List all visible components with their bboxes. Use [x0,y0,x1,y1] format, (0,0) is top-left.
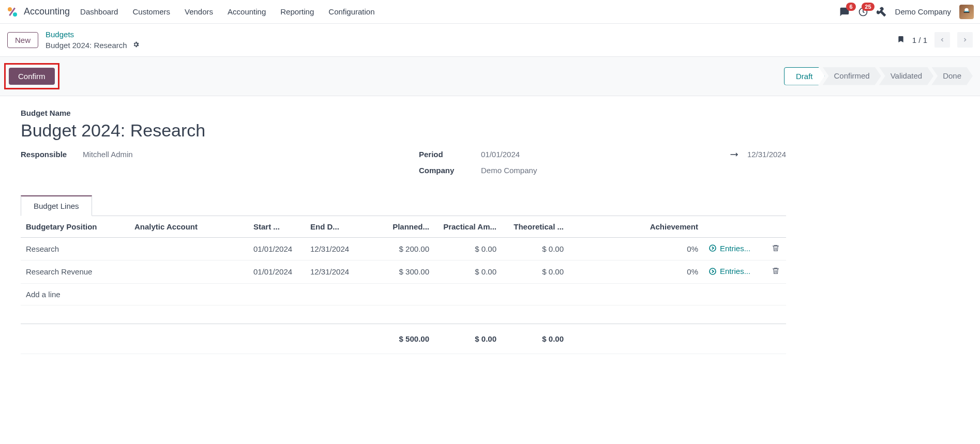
pager-next[interactable] [957,32,973,48]
responsible-value[interactable]: Mitchell Admin [83,150,388,159]
cell-analytic[interactable] [129,261,248,284]
confirm-highlight: Confirm [4,63,59,89]
gear-icon[interactable] [132,41,140,50]
cell-planned[interactable]: $ 200.00 [372,237,434,261]
delete-row-icon[interactable] [765,261,786,284]
nav-accounting[interactable]: Accounting [228,7,266,16]
cell-end[interactable]: 12/31/2024 [305,237,372,261]
nav-right: 6 25 Demo Company [839,5,974,19]
table-row[interactable]: Research 01/01/2024 12/31/2024 $ 200.00 … [21,237,786,261]
status-steps: Draft Confirmed Validated Done [784,67,973,85]
activities-badge: 25 [862,3,874,11]
status-step-draft[interactable]: Draft [784,67,825,85]
cell-practical[interactable]: $ 0.00 [434,261,502,284]
delete-row-icon[interactable] [765,237,786,261]
svg-point-0 [8,7,12,11]
cell-achievement: 0% [569,261,703,284]
top-nav: Accounting Dashboard Customers Vendors A… [0,0,980,24]
pager-prev[interactable] [934,32,950,48]
budget-name-label: Budget Name [21,109,786,117]
nav-configuration[interactable]: Configuration [328,7,374,16]
form-body: Budget Name Budget 2024: Research Respon… [0,96,807,366]
period-start[interactable]: 01/01/2024 [481,150,520,159]
period-end[interactable]: 12/31/2024 [747,150,786,159]
status-step-confirmed[interactable]: Confirmed [823,67,881,85]
col-budgetary-position[interactable]: Budgetary Position [21,216,129,238]
control-right: 1 / 1 [897,32,973,48]
status-bar: Confirm Draft Confirmed Validated Done [0,56,980,96]
cell-analytic[interactable] [129,237,248,261]
table-row[interactable]: Research Revenue 01/01/2024 12/31/2024 $… [21,261,786,284]
entries-link[interactable]: Entries... [708,267,750,275]
status-step-validated[interactable]: Validated [879,67,933,85]
breadcrumb-current: Budget 2024: Research [46,41,127,50]
total-planned: $ 500.00 [372,324,434,354]
cell-achievement: 0% [569,237,703,261]
cell-planned[interactable]: $ 300.00 [372,261,434,284]
cell-position[interactable]: Research [21,237,129,261]
form-col-right: Period 01/01/2024 12/31/2024 Company Dem… [419,150,786,182]
cell-theoretical[interactable]: $ 0.00 [502,261,569,284]
user-avatar[interactable] [959,5,974,19]
col-planned[interactable]: Planned... [372,216,434,238]
company-switcher[interactable]: Demo Company [895,7,951,16]
cell-practical[interactable]: $ 0.00 [434,237,502,261]
control-row: New Budgets Budget 2024: Research 1 / 1 [0,24,980,56]
breadcrumb-parent[interactable]: Budgets [46,29,140,40]
col-start[interactable]: Start ... [248,216,305,238]
cell-start[interactable]: 01/01/2024 [248,261,305,284]
arrow-right-icon [730,150,739,159]
col-theoretical[interactable]: Theoretical ... [502,216,569,238]
messages-icon[interactable]: 6 [839,7,850,17]
cell-start[interactable]: 01/01/2024 [248,237,305,261]
col-achievement[interactable]: Achievement [569,216,703,238]
form-row: Responsible Mitchell Admin Period 01/01/… [21,150,786,182]
messages-badge: 6 [846,3,855,11]
add-line-link[interactable]: Add a line [21,283,786,305]
budget-lines-table: Budgetary Position Analytic Account Star… [21,216,786,354]
totals-row: $ 500.00 $ 0.00 $ 0.00 [21,324,786,354]
confirm-button[interactable]: Confirm [9,68,55,85]
nav-vendors[interactable]: Vendors [185,7,213,16]
tab-strip: Budget Lines [21,195,786,216]
entries-link[interactable]: Entries... [708,244,750,253]
svg-point-8 [710,268,716,274]
col-practical[interactable]: Practical Am... [434,216,502,238]
col-end[interactable]: End D... [305,216,372,238]
nav-dashboard[interactable]: Dashboard [80,7,118,16]
nav-customers[interactable]: Customers [132,7,170,16]
responsible-label: Responsible [21,150,72,159]
col-analytic-account[interactable]: Analytic Account [129,216,248,238]
bookmark-icon[interactable] [897,35,905,45]
total-theoretical: $ 0.00 [502,324,569,354]
tools-icon[interactable] [877,7,887,17]
svg-point-7 [710,245,716,251]
cell-end[interactable]: 12/31/2024 [305,261,372,284]
app-name[interactable]: Accounting [24,6,70,17]
svg-point-1 [13,12,17,17]
cell-theoretical[interactable]: $ 0.00 [502,237,569,261]
period-label: Period [419,150,471,159]
breadcrumb: Budgets Budget 2024: Research [46,29,140,51]
form-col-left: Responsible Mitchell Admin [21,150,388,182]
cell-position[interactable]: Research Revenue [21,261,129,284]
nav-reporting[interactable]: Reporting [280,7,314,16]
status-step-done[interactable]: Done [931,67,973,85]
company-label: Company [419,166,471,175]
pager-text[interactable]: 1 / 1 [912,36,927,44]
svg-rect-6 [964,11,969,12]
activities-icon[interactable]: 25 [858,7,868,17]
new-button[interactable]: New [7,32,38,48]
app-logo-icon [6,6,19,18]
total-practical: $ 0.00 [434,324,502,354]
nav-links: Dashboard Customers Vendors Accounting R… [80,7,374,16]
company-value[interactable]: Demo Company [481,166,786,175]
budget-name-value[interactable]: Budget 2024: Research [21,120,786,141]
tab-budget-lines[interactable]: Budget Lines [21,195,92,216]
